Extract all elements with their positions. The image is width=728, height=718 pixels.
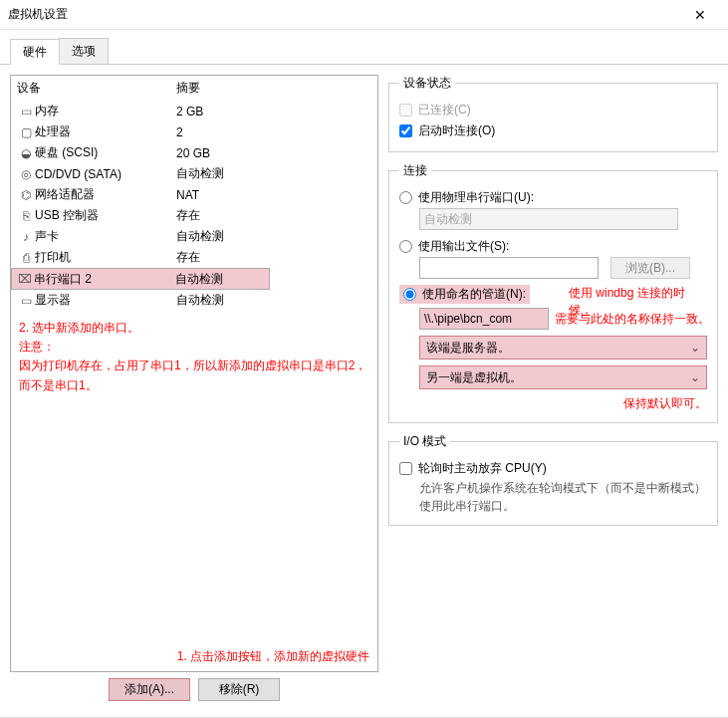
- device-icon: ▭: [17, 294, 35, 308]
- device-summary: 20 GB: [176, 146, 371, 160]
- device-icon: ◒: [17, 146, 35, 160]
- device-name: 串行端口 2: [34, 271, 175, 288]
- device-row[interactable]: ◒硬盘 (SCSI)20 GB: [11, 142, 377, 163]
- device-summary: 自动检测: [176, 228, 371, 245]
- annotation-pipe-2: 需要与此处的名称保持一致。: [555, 311, 710, 328]
- add-button[interactable]: 添加(A)...: [109, 678, 190, 701]
- chevron-down-icon: ⌄: [690, 370, 700, 384]
- use-outfile-radio[interactable]: 使用输出文件(S):: [399, 236, 707, 257]
- device-name: 显示器: [35, 292, 176, 309]
- device-row[interactable]: ▭内存2 GB: [11, 101, 377, 121]
- device-summary: 2 GB: [176, 105, 371, 119]
- other-end-select[interactable]: 另一端是虚拟机。 ⌄: [419, 365, 707, 389]
- this-end-select[interactable]: 该端是服务器。 ⌄: [419, 336, 707, 359]
- device-name: 硬盘 (SCSI): [35, 144, 176, 161]
- device-row[interactable]: ◎CD/DVD (SATA)自动检测: [11, 163, 377, 184]
- tab-options[interactable]: 选项: [59, 38, 109, 64]
- device-icon: ▭: [17, 105, 35, 119]
- device-name: 网络适配器: [35, 186, 176, 203]
- device-name: 处理器: [35, 123, 176, 140]
- device-icon: ⎘: [17, 209, 35, 223]
- annotation-bottom: 1. 点击添加按钮，添加新的虚拟硬件: [11, 648, 377, 671]
- window-title: 虚拟机设置: [8, 6, 680, 23]
- use-named-pipe-radio[interactable]: [403, 288, 416, 301]
- browse-button: 浏览(B)...: [610, 257, 690, 279]
- device-icon: ⌬: [17, 188, 35, 202]
- tab-hardware[interactable]: 硬件: [10, 39, 60, 65]
- device-summary: 自动检测: [175, 271, 265, 288]
- device-icon: ⌧: [16, 272, 34, 286]
- device-summary: 自动检测: [176, 165, 371, 182]
- device-summary: 2: [176, 125, 371, 139]
- col-summary: 摘要: [176, 80, 371, 97]
- physical-port-select: 自动检测: [419, 208, 678, 230]
- annotation-left: 2. 选中新添加的串口。 注意： 因为打印机存在，占用了串口1，所以新添加的虚拟…: [11, 311, 377, 403]
- io-description: 允许客户机操作系统在轮询模式下（而不是中断模式）使用此串行端口。: [419, 479, 707, 515]
- device-row[interactable]: ⌬网络适配器NAT: [11, 184, 377, 205]
- col-device: 设备: [17, 80, 176, 97]
- use-physical-radio[interactable]: 使用物理串行端口(U):: [399, 187, 707, 208]
- device-row[interactable]: ▢处理器2: [11, 121, 377, 142]
- device-summary: NAT: [176, 188, 371, 202]
- device-row[interactable]: ▭显示器自动检测: [11, 290, 377, 311]
- device-name: CD/DVD (SATA): [35, 167, 176, 181]
- device-icon: ⎙: [17, 251, 35, 265]
- device-listbox: 设备 摘要 ▭内存2 GB▢处理器2◒硬盘 (SCSI)20 GB◎CD/DVD…: [10, 75, 378, 672]
- io-mode-group: I/O 模式 轮询时主动放弃 CPU(Y) 允许客户机操作系统在轮询模式下（而不…: [388, 433, 718, 526]
- device-summary: 自动检测: [176, 292, 371, 309]
- connect-at-poweron-checkbox[interactable]: 启动时连接(O): [399, 120, 707, 141]
- device-name: 打印机: [35, 249, 176, 266]
- device-row[interactable]: ♪声卡自动检测: [11, 226, 377, 247]
- device-row[interactable]: ⌧串行端口 2自动检测: [11, 268, 270, 290]
- pipe-name-input[interactable]: [419, 308, 549, 330]
- annotation-keep-default: 保持默认即可。: [399, 395, 707, 412]
- close-icon[interactable]: ✕: [680, 7, 720, 23]
- device-icon: ♪: [17, 230, 35, 244]
- connection-group: 连接 使用物理串行端口(U): 自动检测 使用输出文件(S): 浏览(B)...: [388, 162, 718, 423]
- chevron-down-icon: ⌄: [690, 341, 700, 355]
- device-status-group: 设备状态 已连接(C) 启动时连接(O): [388, 75, 718, 152]
- device-row[interactable]: ⎙打印机存在: [11, 247, 377, 268]
- device-icon: ▢: [17, 125, 35, 139]
- device-name: 声卡: [35, 228, 176, 245]
- device-summary: 存在: [176, 207, 371, 224]
- device-name: 内存: [35, 103, 176, 120]
- device-name: USB 控制器: [35, 207, 176, 224]
- remove-button[interactable]: 移除(R): [198, 678, 280, 701]
- yield-cpu-checkbox[interactable]: 轮询时主动放弃 CPU(Y): [399, 458, 707, 479]
- device-row[interactable]: ⎘USB 控制器存在: [11, 205, 377, 226]
- device-summary: 存在: [176, 249, 371, 266]
- outfile-input: [419, 257, 599, 279]
- device-icon: ◎: [17, 167, 35, 181]
- connected-checkbox[interactable]: 已连接(C): [399, 100, 707, 120]
